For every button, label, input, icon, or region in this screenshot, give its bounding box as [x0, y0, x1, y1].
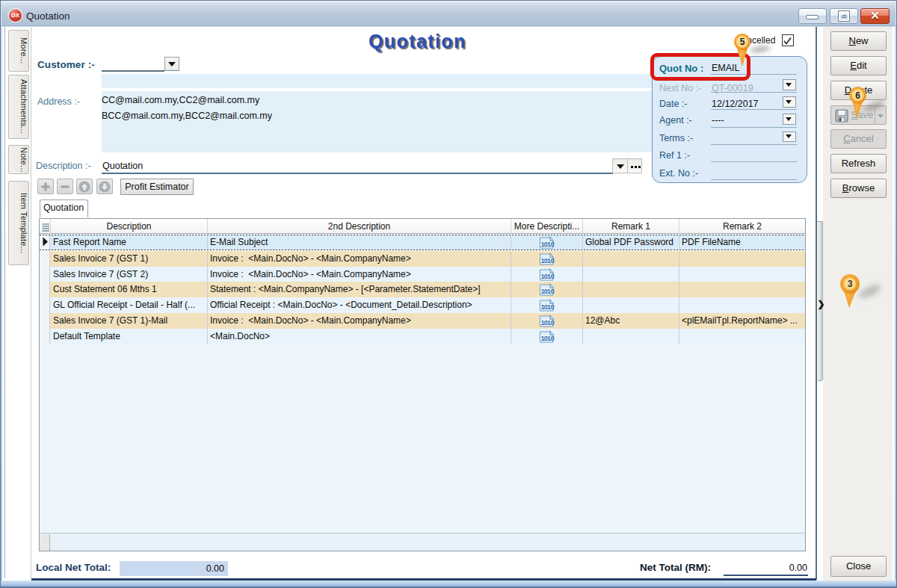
svg-text:3: 3 [848, 279, 853, 289]
svg-text:5: 5 [740, 37, 745, 47]
svg-text:6: 6 [855, 90, 860, 101]
